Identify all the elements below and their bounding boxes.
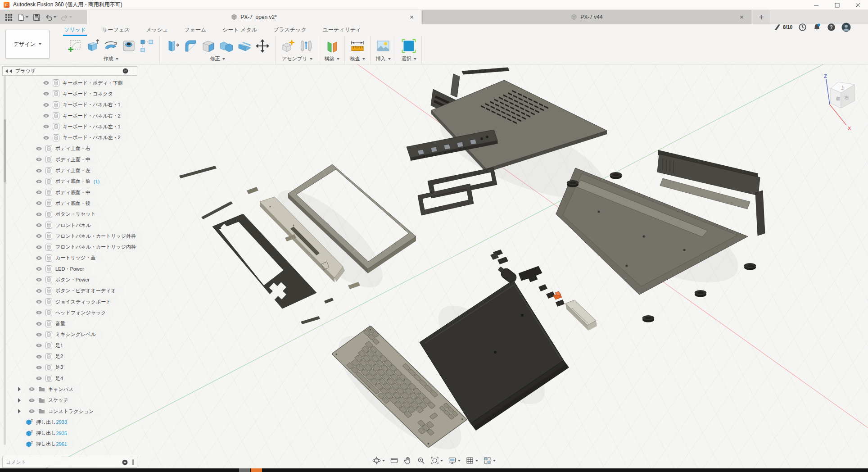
visibility-eye-icon[interactable] [28,409,35,413]
browser-item[interactable]: キーボード・パネル右・1 [0,100,143,110]
collapse-browser-icon[interactable] [5,69,8,73]
browser-item[interactable]: ボタン・リセット [0,209,143,220]
ribbon-group-label[interactable]: アセンブリ [282,55,312,63]
browser-item[interactable]: 押し出し2935 [0,428,143,439]
browser-item[interactable]: 足4 [0,373,143,384]
visibility-eye-icon[interactable] [28,387,35,391]
ribbon-group-label[interactable]: 作成 [104,55,118,63]
tool-shell-icon[interactable] [200,36,217,55]
visibility-eye-icon[interactable] [36,157,42,162]
display-settings-button[interactable] [448,456,461,465]
browser-item[interactable]: 足2 [0,351,143,362]
tool-construction-plane-icon[interactable] [323,36,340,55]
undo-icon[interactable] [44,13,57,22]
visibility-eye-icon[interactable] [36,332,42,337]
timeline-strip[interactable] [0,468,868,472]
browser-item[interactable]: ジョイスティックポート [0,296,143,307]
comment-input[interactable]: コメント [2,457,137,467]
browser-item[interactable]: 押し出し2961 [0,439,143,449]
panel-drag-grip[interactable] [132,459,134,465]
browser-item[interactable]: キーボード・パネル左・2 [0,132,143,143]
maximize-button[interactable] [827,0,847,10]
browser-panel-header[interactable]: ブラウザ [2,66,137,76]
extension-clock-icon[interactable] [798,23,807,32]
visibility-eye-icon[interactable] [36,376,42,381]
user-avatar[interactable] [841,23,851,32]
orbit-button[interactable] [372,456,385,465]
visibility-eye-icon[interactable] [36,168,42,173]
panel-drag-grip[interactable] [133,68,134,74]
help-icon[interactable]: ? [827,23,836,32]
browser-item[interactable]: ボタン・Power [0,274,143,285]
ribbon-tab[interactable]: メッシュ [146,24,168,36]
pan-button[interactable] [403,456,412,465]
browser-item[interactable]: ボディ底面・中 [0,187,143,198]
ribbon-tab[interactable]: シート メタル [222,24,257,36]
visibility-eye-icon[interactable] [36,310,42,315]
expand-arrow-icon[interactable] [18,387,21,391]
ribbon-tab[interactable]: ソリッド [64,24,86,36]
browser-item[interactable]: ボディ上面・右 [0,143,143,154]
ribbon-tab[interactable]: サーフェス [102,24,130,36]
remove-panel-icon[interactable] [122,68,128,74]
ribbon-group-label[interactable]: 構築 [325,55,339,63]
browser-item[interactable]: ヘッドフォンジャック [0,307,143,318]
browser-item[interactable]: キーボード・コネクタ [0,88,143,99]
browser-item[interactable]: 音量 [0,318,143,329]
visibility-eye-icon[interactable] [36,354,42,359]
collapse-browser-icon[interactable] [9,69,12,73]
browser-item[interactable]: フロントパネル [0,220,143,231]
look-at-button[interactable] [390,456,398,465]
redo-icon[interactable] [60,13,73,22]
browser-item[interactable]: ミキシングレベル [0,329,143,340]
browser-item[interactable]: ボディ上面・左 [0,165,143,176]
ribbon-group-label[interactable]: 修正 [210,55,225,63]
browser-item[interactable]: カートリッジ・蓋 [0,253,143,263]
visibility-eye-icon[interactable] [43,103,50,107]
visibility-eye-icon[interactable] [36,256,42,260]
browser-item[interactable]: スケッチ [0,395,143,406]
browser-item[interactable]: 足3 [0,362,143,373]
tool-create-sketch-icon[interactable] [66,36,83,55]
expand-arrow-icon[interactable] [18,398,21,403]
tool-move-icon[interactable] [254,36,271,55]
visibility-eye-icon[interactable] [36,289,42,293]
grid-settings-button[interactable] [466,456,478,465]
new-tab-button[interactable]: + [753,10,770,24]
tool-measure-icon[interactable] [349,36,366,55]
browser-item[interactable]: ボタン・ビデオオーディオ [0,286,143,296]
visibility-eye-icon[interactable] [43,113,50,118]
visibility-eye-icon[interactable] [36,234,42,238]
ribbon-tab[interactable]: ユーティリティ [323,24,362,36]
minimize-button[interactable] [806,0,827,10]
tool-split-body-icon[interactable] [236,36,253,55]
tool-fillet-icon[interactable] [182,36,199,55]
ribbon-group-label[interactable]: 選択 [402,55,416,63]
visibility-eye-icon[interactable] [36,223,42,227]
visibility-eye-icon[interactable] [43,81,50,85]
ribbon-group-label[interactable]: 挿入 [376,55,391,63]
browser-item[interactable]: フロントパネル・カートリッジ内枠 [0,241,143,252]
visibility-eye-icon[interactable] [36,322,42,326]
app-grid-menu-icon[interactable] [4,13,14,22]
visibility-eye-icon[interactable] [36,300,42,304]
tool-pattern-icon[interactable] [138,36,155,55]
visibility-eye-icon[interactable] [36,365,42,370]
browser-item[interactable]: ボディ底面・前(1) [0,176,143,187]
browser-item[interactable]: キャンバス [0,384,143,395]
tool-extrude-icon[interactable] [84,36,101,55]
visibility-eye-icon[interactable] [36,343,42,348]
save-icon[interactable] [32,13,41,22]
file-menu-icon[interactable] [16,13,29,22]
visibility-eye-icon[interactable] [43,136,50,140]
ribbon-group-label[interactable]: 検査 [350,55,365,63]
part-cartridge-lid[interactable] [565,300,597,331]
browser-item[interactable]: ボディ上面・中 [0,154,143,165]
notifications-bell-icon[interactable] [813,23,821,32]
visibility-eye-icon[interactable] [36,245,42,250]
part-cartridge-inner-frame[interactable] [418,184,474,215]
visibility-eye-icon[interactable] [36,277,42,282]
visibility-eye-icon[interactable] [36,179,42,184]
tool-select-icon[interactable] [400,36,417,55]
timeline-feature-orange[interactable] [251,468,262,472]
